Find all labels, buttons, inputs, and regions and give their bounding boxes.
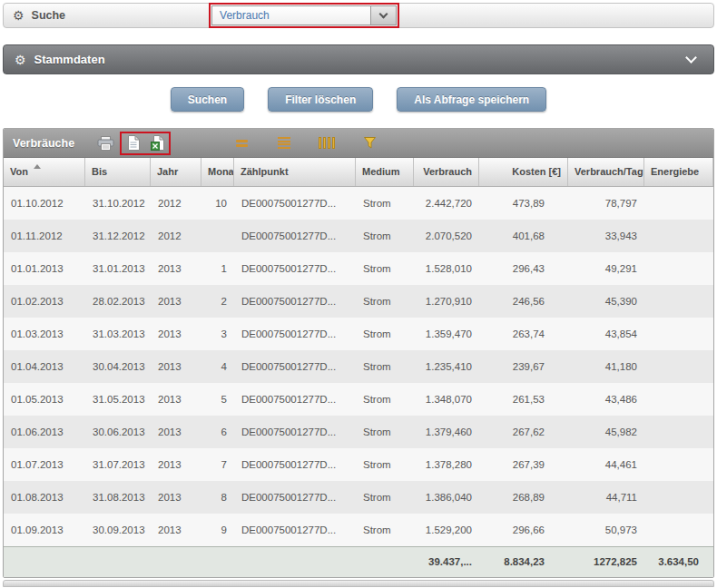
filter-loeschen-button[interactable]: Filter löschen	[268, 87, 373, 112]
cell-bis: 31.05.2013	[85, 383, 151, 416]
cell-monat: 5	[201, 383, 234, 416]
stammdaten-panel-header[interactable]: ⚙ Stammdaten	[3, 44, 714, 74]
cell-verbrauch: 1.270,910	[414, 285, 479, 318]
cell-verbrauch_tag: 43,854	[568, 318, 644, 350]
cell-medium: Strom	[356, 448, 414, 481]
column-header-verbrauch[interactable]: Verbrauch	[414, 158, 479, 186]
cell-von: 01.03.2013	[4, 318, 85, 350]
cell-zaehlpunkt: DE00075001277D...	[234, 252, 356, 285]
cell-kosten: 261,53	[479, 383, 568, 416]
cell-jahr: 2013	[151, 383, 201, 416]
sort-asc-icon	[34, 164, 41, 169]
print-icon[interactable]	[96, 134, 114, 152]
export-report-icon[interactable]	[124, 134, 142, 152]
table-row[interactable]: 01.04.201330.04.201320134DE00075001277D.…	[4, 350, 713, 383]
cell-monat: 10	[201, 187, 234, 220]
table-row[interactable]: 01.08.201331.08.201320138DE00075001277D.…	[4, 481, 713, 514]
cell-kosten: 401,68	[479, 220, 568, 252]
summary-medium	[356, 547, 414, 577]
action-button-row: Suchen Filter löschen Als Abfrage speich…	[0, 87, 717, 112]
suche-type-dropdown[interactable]: Verbrauch	[211, 5, 397, 25]
dropdown-chevron-button[interactable]	[370, 6, 396, 24]
summary-rows-icon[interactable]	[232, 134, 250, 152]
cell-jahr: 2012	[151, 220, 201, 252]
cell-monat: 2	[201, 285, 234, 318]
cell-kosten: 246,56	[479, 285, 568, 318]
column-header-medium[interactable]: Medium	[356, 158, 414, 186]
cell-verbrauch_tag: 45,390	[568, 285, 644, 318]
cell-jahr: 2013	[151, 285, 201, 318]
cell-energie	[644, 350, 713, 383]
filter-icon[interactable]	[360, 134, 378, 152]
cell-von: 01.07.2013	[4, 448, 85, 481]
grid-toolbar: Verbräuche	[4, 129, 713, 158]
cell-monat: 8	[201, 481, 234, 514]
cell-energie	[644, 252, 713, 285]
cell-von: 01.11.2012	[4, 220, 85, 252]
highlight-box-dropdown: Verbrauch	[209, 3, 399, 28]
chevron-down-icon[interactable]	[685, 52, 697, 64]
cell-verbrauch: 1.348,070	[414, 383, 479, 416]
als-abfrage-speichern-button[interactable]: Als Abfrage speichern	[397, 87, 546, 112]
table-row[interactable]: 01.01.201331.01.201320131DE00075001277D.…	[4, 252, 713, 285]
cell-verbrauch_tag: 33,943	[568, 220, 644, 252]
cell-jahr: 2013	[151, 252, 201, 285]
cell-verbrauch: 1.378,280	[414, 448, 479, 481]
cell-jahr: 2013	[151, 514, 201, 546]
cell-verbrauch: 2.442,720	[414, 187, 479, 220]
suche-panel-header[interactable]: ⚙ Suche Verbrauch	[3, 3, 714, 28]
column-header-monat[interactable]: Monat	[201, 158, 234, 186]
export-excel-icon[interactable]	[148, 134, 166, 152]
grid-title: Verbräuche	[13, 137, 74, 150]
pager-strip	[3, 580, 714, 587]
cell-von: 01.02.2013	[4, 285, 85, 318]
column-header-kosten[interactable]: Kosten [€]	[479, 158, 568, 186]
column-header-von[interactable]: Von	[4, 158, 85, 186]
page: ⚙ Suche Verbrauch ⚙ Stammdaten Suchen Fi…	[0, 0, 717, 588]
cell-medium: Strom	[356, 481, 414, 514]
column-header-verbrauch_tag[interactable]: Verbrauch/Tag	[568, 158, 644, 186]
cell-energie	[644, 285, 713, 318]
cell-bis: 30.06.2013	[85, 416, 151, 448]
summary-kosten: 8.834,23	[479, 547, 568, 577]
cell-von: 01.09.2013	[4, 514, 85, 546]
column-header-energie[interactable]: Energiebe	[644, 158, 713, 186]
summary-monat	[201, 547, 234, 577]
table-row[interactable]: 01.11.201231.12.20122012DE00075001277D..…	[4, 220, 713, 252]
cell-energie	[644, 318, 713, 350]
cell-verbrauch_tag: 45,982	[568, 416, 644, 448]
table-row[interactable]: 01.05.201331.05.201320135DE00075001277D.…	[4, 383, 713, 416]
columns-icon[interactable]	[318, 134, 336, 152]
summary-jahr	[151, 547, 201, 577]
cell-verbrauch_tag: 78,797	[568, 187, 644, 220]
cell-zaehlpunkt: DE00075001277D...	[234, 350, 356, 383]
table-row[interactable]: 01.02.201328.02.201320132DE00075001277D.…	[4, 285, 713, 318]
column-header-zaehlpunkt[interactable]: Zählpunkt	[234, 158, 356, 186]
grid-header: VonBisJahrMonatZählpunktMediumVerbrauchK…	[4, 158, 713, 187]
cell-bis: 30.04.2013	[85, 350, 151, 383]
cell-zaehlpunkt: DE00075001277D...	[234, 383, 356, 416]
cell-medium: Strom	[356, 383, 414, 416]
cell-verbrauch: 1.235,410	[414, 350, 479, 383]
cell-medium: Strom	[356, 514, 414, 546]
column-header-bis[interactable]: Bis	[85, 158, 151, 186]
table-row[interactable]: 01.07.201331.07.201320137DE00075001277D.…	[4, 448, 713, 481]
cell-bis: 31.10.2012	[85, 187, 151, 220]
cell-kosten: 296,66	[479, 514, 568, 546]
table-row[interactable]: 01.09.201330.09.201320139DE00075001277D.…	[4, 514, 713, 546]
suchen-button[interactable]: Suchen	[171, 87, 244, 112]
table-row[interactable]: 01.10.201231.10.2012201210DE00075001277D…	[4, 187, 713, 220]
column-header-jahr[interactable]: Jahr	[151, 158, 201, 186]
cell-zaehlpunkt: DE00075001277D...	[234, 220, 356, 252]
table-row[interactable]: 01.03.201331.03.201320133DE00075001277D.…	[4, 318, 713, 350]
cell-monat: 9	[201, 514, 234, 546]
cell-verbrauch_tag: 44,461	[568, 448, 644, 481]
table-row[interactable]: 01.06.201330.06.201320136DE00075001277D.…	[4, 416, 713, 448]
cell-medium: Strom	[356, 350, 414, 383]
gear-icon: ⚙	[15, 54, 26, 66]
cell-bis: 31.07.2013	[85, 448, 151, 481]
cell-verbrauch_tag: 49,291	[568, 252, 644, 285]
cell-verbrauch_tag: 44,711	[568, 481, 644, 514]
list-view-icon[interactable]	[275, 134, 293, 152]
summary-energie: 3.634,50	[644, 547, 713, 577]
